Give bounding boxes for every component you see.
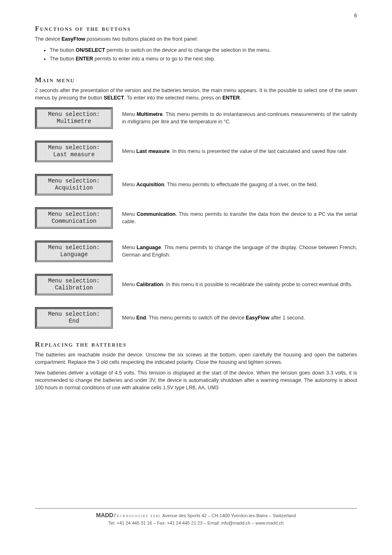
lcd-line-1: Menu selection: — [38, 311, 110, 318]
text-bold: EasyFlow — [62, 36, 85, 42]
text: The device — [35, 36, 62, 42]
lcd-line-2: Acquisition — [38, 185, 110, 192]
text: The button — [50, 56, 76, 62]
text-bold: End — [136, 315, 146, 321]
footer-address: Avenue des Sports 42 – CH-1400 Yverdon-l… — [161, 513, 296, 518]
lcd-line-1: Menu selection: — [38, 278, 110, 285]
bullet-item: The button ENTER permits to enter into a… — [50, 55, 357, 63]
menu-row: Menu selection:AcquisitionMenu Acquisiti… — [35, 174, 357, 196]
bullet-item: The button ON/SELECT permits to switch o… — [50, 46, 357, 55]
lcd-line-2: End — [38, 318, 110, 325]
lcd-line-1: Menu selection: — [38, 178, 110, 185]
menu-row: Menu selection:EndMenu End. This menu pe… — [35, 307, 357, 329]
functions-intro: The device EasyFlow possesses two button… — [35, 35, 357, 43]
lcd-line-2: Multimetre — [38, 118, 110, 125]
text-bold: EasyFlow — [246, 315, 270, 321]
text-bold: Language — [137, 245, 161, 250]
lcd-display: Menu selection:Calibration — [35, 274, 113, 296]
menu-description: Menu Acquisition. This menu permits to e… — [122, 181, 357, 188]
text: Menu — [122, 111, 136, 117]
menu-row: Menu selection:LanguageMenu Language. Th… — [35, 240, 357, 262]
text: Menu — [122, 315, 136, 321]
lcd-line-2: Communication — [38, 218, 110, 225]
text: permits to switch on the device and to c… — [105, 47, 271, 53]
footer-content: MADDTechnologies sàrl Avenue des Sports … — [35, 511, 357, 527]
text-bold: ON/SELECT — [76, 47, 105, 53]
menu-description: Menu Calibration. In this menu it is pos… — [122, 281, 357, 288]
text: Menu — [122, 245, 137, 250]
text-bold: ENTER — [222, 95, 240, 101]
footer-rule — [35, 508, 357, 509]
batteries-p1: The batteries are reachable inside the d… — [35, 351, 357, 366]
lcd-line-1: Menu selection: — [38, 111, 110, 118]
text: . This menu permits to effectuate the ga… — [164, 182, 318, 187]
menu-row: Menu selection:MultimetreMenu Multimetre… — [35, 107, 357, 129]
lcd-line-2: Calibration — [38, 284, 110, 292]
text: possesses two buttons placed on the fron… — [85, 36, 198, 42]
menu-description: Menu Multimetre. This menu permits to do… — [122, 111, 357, 125]
text: Menu — [122, 211, 137, 217]
functions-bullet-list: The button ON/SELECT permits to switch o… — [42, 46, 357, 64]
text-bold: Last measure — [136, 148, 170, 154]
lcd-display: Menu selection:Acquisition — [35, 174, 113, 196]
text: . This menu permits to switch off the de… — [146, 315, 246, 321]
batteries-p2: New batteries deliver a voltage of 4.5 v… — [35, 369, 357, 391]
lcd-display: Menu selection:Last measure — [35, 141, 113, 162]
text: Menu — [122, 182, 136, 187]
menu-row: Menu selection:CommunicationMenu Communi… — [35, 207, 357, 229]
text-bold: Acquisition — [136, 182, 164, 187]
text: . — [240, 95, 241, 101]
lcd-display: Menu selection:Language — [35, 240, 113, 262]
text: after 1 second. — [270, 315, 305, 321]
lcd-display: Menu selection:Multimetre — [35, 107, 113, 129]
text: The button — [50, 47, 76, 53]
text: permits to enter into a menu or to go to… — [93, 56, 215, 62]
lcd-line-1: Menu selection: — [38, 144, 110, 152]
text-bold: Communication — [137, 211, 175, 217]
text: . In this menu is presented the value of… — [169, 148, 348, 154]
text: Menu — [122, 282, 136, 287]
menu-rows-container: Menu selection:MultimetreMenu Multimetre… — [35, 107, 357, 329]
lcd-line-2: Last measure — [38, 151, 110, 159]
menu-description: Menu Last measure. In this menu is prese… — [122, 148, 357, 155]
heading-functions: Functions of the buttons — [35, 25, 357, 33]
main-menu-paragraph: 2 seconds after the presentation of the … — [35, 87, 357, 102]
menu-row: Menu selection:Last measureMenu Last mea… — [35, 141, 357, 162]
page-footer: MADDTechnologies sàrl Avenue des Sports … — [35, 508, 357, 527]
lcd-line-1: Menu selection: — [38, 211, 110, 218]
text-bold: ENTER — [76, 56, 93, 62]
text-bold: SELECT — [104, 95, 124, 101]
footer-brand: MADD — [96, 512, 113, 518]
footer-contact: Tel: +41 24 445 31 16 – Fax: +41 24 445 … — [108, 520, 284, 525]
text: . To enter into the selected menu, press… — [124, 95, 223, 101]
heading-main-menu: Main menu — [35, 76, 357, 84]
menu-description: Menu Language. This menu permits to chan… — [122, 244, 357, 259]
heading-batteries: Replacing the batteries — [35, 340, 357, 349]
text: . In this menu it is possible to recalib… — [163, 282, 353, 287]
lcd-line-1: Menu selection: — [38, 244, 110, 252]
menu-description: Menu Communication. This menu permits to… — [122, 210, 357, 225]
text: Menu — [122, 148, 136, 154]
lcd-display: Menu selection:Communication — [35, 207, 113, 229]
text-bold: Multimetre — [136, 111, 162, 117]
footer-tech: Technologies sàrl — [113, 513, 161, 518]
page-number: 6 — [354, 12, 357, 18]
menu-description: Menu End. This menu permits to switch of… — [122, 314, 357, 321]
lcd-display: Menu selection:End — [35, 307, 113, 329]
menu-row: Menu selection:CalibrationMenu Calibrati… — [35, 274, 357, 296]
lcd-line-2: Language — [38, 251, 110, 259]
page: 6 Functions of the buttons The device Ea… — [0, 0, 392, 555]
text-bold: Calibration — [136, 282, 163, 287]
